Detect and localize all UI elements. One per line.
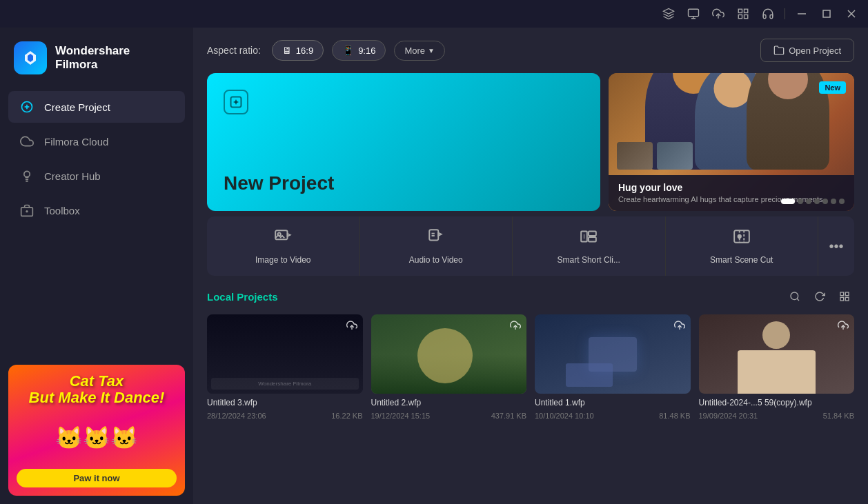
project-thumb-2 [371, 314, 527, 394]
aspect-ratio-16-9[interactable]: 🖥 16:9 [272, 40, 324, 61]
project-size-1: 16.22 KB [331, 412, 362, 420]
dot-5[interactable] [822, 199, 828, 204]
dot-2[interactable] [798, 199, 803, 204]
upload-icon-3 [674, 320, 685, 334]
new-project-card[interactable]: New Project [207, 73, 600, 211]
feature-thumbnails [617, 142, 693, 170]
titlebar [0, 0, 868, 28]
svg-rect-35 [845, 292, 849, 296]
dot-7[interactable] [839, 199, 845, 204]
svg-point-32 [791, 292, 798, 300]
svg-point-31 [738, 235, 740, 238]
audio-to-video-button[interactable]: Audio to Video [360, 216, 513, 276]
sidebar-item-toolbox[interactable]: Toolbox [8, 194, 185, 226]
section-actions [785, 287, 854, 306]
aspect-16-9-label: 16:9 [296, 46, 313, 56]
svg-rect-36 [840, 297, 844, 301]
feature-info: Hug your love Create heartwarming AI hug… [609, 175, 854, 211]
smart-short-clip-icon [580, 228, 598, 250]
sidebar-ad: Cat TaxBut Make It Dance! 🐱🐱🐱 Paw it now [8, 365, 185, 496]
smart-scene-cut-button[interactable]: Smart Scene Cut [666, 216, 819, 276]
project-meta-2: 19/12/2024 15:15 437.91 KB [371, 412, 527, 420]
project-item-untitled-1[interactable]: Untitled 1.wfp 10/10/2024 10:10 81.48 KB [535, 314, 691, 420]
ad-paw-button[interactable]: Paw it now [17, 469, 177, 487]
search-icon[interactable] [785, 287, 805, 306]
cloud-upload-icon[interactable] [707, 3, 729, 25]
svg-rect-2 [738, 9, 742, 12]
audio-to-video-label: Audio to Video [409, 255, 463, 265]
svg-point-13 [24, 171, 30, 177]
logo-subtitle: Filmora [55, 58, 130, 72]
aspect-ratio-bar: Aspect ratio: 🖥 16:9 📱 9:16 More ▼ Open … [193, 28, 868, 73]
main-layout: Wondershare Filmora Create Project [0, 28, 868, 504]
smart-short-clip-label: Smart Short Cli... [558, 255, 620, 265]
dot-6[interactable] [831, 199, 836, 204]
svg-rect-3 [744, 9, 748, 12]
view-toggle-icon[interactable] [835, 287, 854, 306]
new-project-icon [224, 90, 248, 114]
project-thumb-1: Wondershare Filmora [207, 314, 363, 394]
ad-title: Cat TaxBut Make It Dance! [29, 373, 165, 406]
upload-icon-1 [346, 320, 357, 334]
image-to-video-icon [274, 228, 292, 250]
project-name-4: Untitled-2024-...5 59(copy).wfp [699, 398, 855, 407]
project-name-1: Untitled 3.wfp [207, 398, 363, 407]
smart-scene-cut-label: Smart Scene Cut [710, 255, 773, 265]
project-meta-3: 10/10/2024 10:10 81.48 KB [535, 412, 691, 420]
new-project-title: New Project [224, 172, 584, 194]
close-button[interactable] [840, 3, 862, 25]
project-item-untitled-2[interactable]: Untitled 2.wfp 19/12/2024 15:15 437.91 K… [371, 314, 527, 420]
sidebar-item-create-project[interactable]: Create Project [8, 91, 185, 123]
dot-4[interactable] [814, 199, 820, 204]
project-date-4: 19/09/2024 20:31 [699, 412, 758, 420]
smart-short-clip-button[interactable]: Smart Short Cli... [513, 216, 666, 276]
image-to-video-label: Image to Video [255, 255, 311, 265]
pencil-icon[interactable] [658, 3, 680, 25]
more-tools-button[interactable]: ••• [818, 216, 854, 276]
minimize-button[interactable] [791, 3, 813, 25]
svg-rect-37 [845, 297, 849, 301]
screen-share-icon[interactable] [682, 3, 704, 25]
svg-rect-22 [429, 230, 438, 240]
plus-circle-icon [19, 99, 34, 114]
sidebar-item-create-project-label: Create Project [44, 101, 110, 113]
project-cards-row: New Project Ne [193, 73, 868, 211]
project-size-4: 51.84 KB [823, 412, 854, 420]
project-size-3: 81.48 KB [659, 412, 690, 420]
project-size-2: 437.91 KB [491, 412, 526, 420]
dot-3[interactable] [806, 199, 811, 204]
ad-cats: 🐱🐱🐱 [55, 425, 138, 451]
chevron-down-icon: ▼ [428, 47, 435, 54]
monitor-icon: 🖥 [282, 45, 292, 56]
feature-thumb-2 [657, 142, 693, 170]
upload-icon-4 [838, 320, 849, 334]
refresh-icon[interactable] [810, 287, 829, 306]
logo-title: Wondershare [55, 44, 130, 58]
project-thumb-4 [699, 314, 855, 394]
image-to-video-button[interactable]: Image to Video [207, 216, 360, 276]
more-aspect-ratios-button[interactable]: More ▼ [394, 41, 445, 61]
svg-rect-7 [823, 10, 830, 17]
project-item-untitled-copy[interactable]: Untitled-2024-...5 59(copy).wfp 19/09/20… [699, 314, 855, 420]
feature-title: Hug your love [618, 182, 845, 193]
grid-apps-icon[interactable] [732, 3, 754, 25]
aspect-9-16-label: 9:16 [358, 46, 375, 56]
open-project-button[interactable]: Open Project [760, 39, 854, 62]
project-name-3: Untitled 1.wfp [535, 398, 691, 407]
aspect-ratio-9-16[interactable]: 📱 9:16 [332, 40, 386, 61]
dot-1[interactable] [781, 199, 795, 204]
sidebar-item-creator-hub[interactable]: Creator Hub [8, 160, 185, 192]
local-projects-title: Local Projects [207, 291, 278, 303]
svg-rect-26 [589, 231, 596, 236]
audio-to-video-icon [427, 228, 445, 250]
upload-icon-2 [510, 320, 521, 334]
more-label: More [404, 46, 425, 56]
maximize-button[interactable] [816, 3, 838, 25]
feature-carousel-card[interactable]: New Hug your love Create heartwarming AI… [609, 73, 854, 211]
project-meta-1: 28/12/2024 23:06 16.22 KB [207, 412, 363, 420]
sidebar-item-filmora-cloud[interactable]: Filmora Cloud [8, 125, 185, 157]
feature-new-badge: New [819, 81, 846, 94]
headphones-icon[interactable] [757, 3, 779, 25]
project-date-3: 10/10/2024 10:10 [535, 412, 594, 420]
project-item-untitled-3[interactable]: Wondershare Filmora Untitled 3.wfp 28/12… [207, 314, 363, 420]
